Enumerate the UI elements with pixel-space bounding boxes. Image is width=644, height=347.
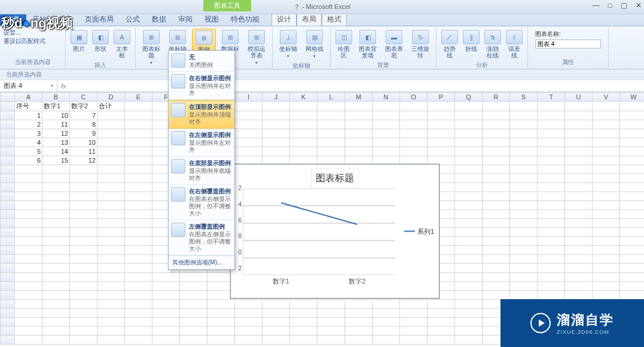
cell[interactable] (125, 219, 152, 228)
cell[interactable] (15, 318, 42, 327)
cell[interactable] (290, 336, 318, 345)
cell[interactable] (400, 300, 428, 309)
cell[interactable] (510, 210, 538, 219)
cell[interactable] (620, 237, 645, 246)
cell[interactable] (455, 327, 483, 336)
cell[interactable] (620, 210, 645, 219)
cell[interactable] (620, 102, 645, 111)
cell[interactable] (483, 165, 510, 174)
cell[interactable] (263, 129, 290, 138)
cell[interactable] (290, 102, 318, 111)
cell[interactable] (400, 309, 428, 318)
cell[interactable] (125, 102, 152, 111)
cell[interactable] (620, 183, 645, 192)
column-header-Q[interactable]: Q (455, 93, 483, 102)
cell[interactable] (97, 147, 125, 156)
cell[interactable] (97, 291, 125, 300)
legend-option-4[interactable]: 在底部显示图例显示图例并底端对齐 (169, 157, 234, 185)
tab-view[interactable]: 视图 (199, 13, 225, 26)
cell[interactable] (620, 219, 645, 228)
cell[interactable] (345, 318, 373, 327)
cell[interactable] (538, 156, 565, 165)
cell[interactable] (125, 147, 152, 156)
cell[interactable] (620, 147, 645, 156)
column-header-U[interactable]: U (565, 93, 593, 102)
cell[interactable] (15, 264, 42, 273)
cell[interactable] (290, 300, 318, 309)
cell[interactable] (235, 318, 263, 327)
reset-match-style-button[interactable]: 重设以匹配样式 (4, 37, 62, 45)
cell[interactable] (428, 138, 455, 147)
cell[interactable] (70, 318, 97, 327)
cell[interactable] (125, 165, 152, 174)
cell[interactable] (400, 120, 428, 129)
cell[interactable] (400, 111, 428, 120)
cell[interactable] (70, 183, 97, 192)
chart-name-input[interactable] (535, 39, 601, 48)
close-button[interactable]: ✕ (636, 1, 642, 10)
cell[interactable] (373, 318, 400, 327)
cell[interactable] (125, 210, 152, 219)
cell[interactable]: 8 (70, 120, 97, 129)
cell[interactable] (15, 291, 42, 300)
cell[interactable] (400, 138, 428, 147)
cell[interactable] (510, 156, 538, 165)
cell[interactable] (207, 336, 235, 345)
cell[interactable] (70, 300, 97, 309)
cell[interactable] (42, 273, 70, 282)
cell[interactable] (290, 309, 318, 318)
cell[interactable] (290, 327, 318, 336)
cell[interactable] (125, 183, 152, 192)
column-header-O[interactable]: O (400, 93, 428, 102)
cell[interactable] (345, 300, 373, 309)
cell[interactable] (263, 120, 290, 129)
cell[interactable] (97, 183, 125, 192)
cell[interactable] (455, 255, 483, 264)
cell[interactable] (620, 174, 645, 183)
cell[interactable] (510, 219, 538, 228)
cell[interactable] (538, 174, 565, 183)
cell[interactable] (400, 129, 428, 138)
cell[interactable] (345, 327, 373, 336)
cell[interactable] (97, 156, 125, 165)
cell[interactable] (207, 318, 235, 327)
cell[interactable] (207, 309, 235, 318)
cell[interactable] (538, 183, 565, 192)
cell[interactable] (483, 147, 510, 156)
cell[interactable] (97, 318, 125, 327)
cell[interactable] (565, 120, 593, 129)
cell[interactable] (15, 228, 42, 237)
cell[interactable] (455, 282, 483, 291)
chart-floor-button[interactable]: ▬图表基底 (382, 29, 406, 60)
cell[interactable]: 1 (15, 111, 42, 120)
cell[interactable] (235, 120, 263, 129)
cell[interactable] (593, 174, 620, 183)
cell[interactable] (428, 336, 455, 345)
cell[interactable] (538, 291, 565, 300)
cell[interactable] (620, 246, 645, 255)
cell[interactable] (373, 138, 400, 147)
tab-design[interactable]: 设计 (271, 13, 297, 26)
cell[interactable] (125, 273, 152, 282)
cell[interactable] (15, 327, 42, 336)
cell[interactable] (510, 174, 538, 183)
cell[interactable] (593, 282, 620, 291)
cell[interactable] (538, 228, 565, 237)
column-header-W[interactable]: W (620, 93, 645, 102)
cell[interactable] (70, 246, 97, 255)
cell[interactable] (565, 138, 593, 147)
cell[interactable] (593, 201, 620, 210)
cell[interactable] (97, 138, 125, 147)
column-header-A[interactable]: A (15, 93, 42, 102)
cell[interactable] (455, 237, 483, 246)
cell[interactable] (483, 129, 510, 138)
cell[interactable] (593, 273, 620, 282)
cell[interactable] (42, 282, 70, 291)
cell[interactable]: 数字2 (70, 102, 97, 111)
legend-option-6[interactable]: 左侧覆盖图例在图表左侧显示图例，但不调整大小 (169, 220, 234, 255)
cell[interactable] (125, 228, 152, 237)
cell[interactable] (125, 192, 152, 201)
cell[interactable] (455, 120, 483, 129)
legend-more-options[interactable]: 其他图例选项(M)... (169, 255, 234, 269)
cell[interactable] (538, 273, 565, 282)
